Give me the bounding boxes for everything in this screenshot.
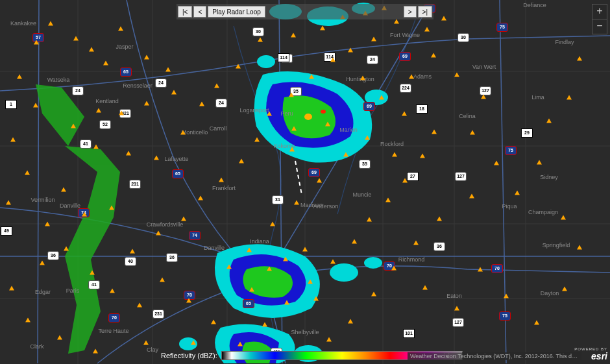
storm-track [0,0,610,364]
esri-logo: POWERED BY esri [574,347,607,361]
svg-line-11 [295,161,302,195]
radar-loop-toolbar: |< < Play Radar Loop > >| [177,4,433,19]
map-canvas[interactable]: KankakeeJasperRensselaerWatsekaKentlandM… [0,0,610,364]
zoom-in-button[interactable]: + [592,4,607,19]
next-frame-button[interactable]: > [404,6,417,18]
legend-label: Reflectivity (dBZ): [161,352,217,359]
first-frame-button[interactable]: |< [178,6,192,18]
play-loop-button[interactable]: Play Radar Loop [208,6,265,18]
last-frame-button[interactable]: >| [418,6,432,18]
zoom-out-button[interactable]: − [592,19,607,34]
prev-frame-button[interactable]: < [193,6,206,18]
zoom-controls: + − [592,4,606,34]
attribution-text: Weather Decision Technologies (WDT), Inc… [408,352,581,360]
